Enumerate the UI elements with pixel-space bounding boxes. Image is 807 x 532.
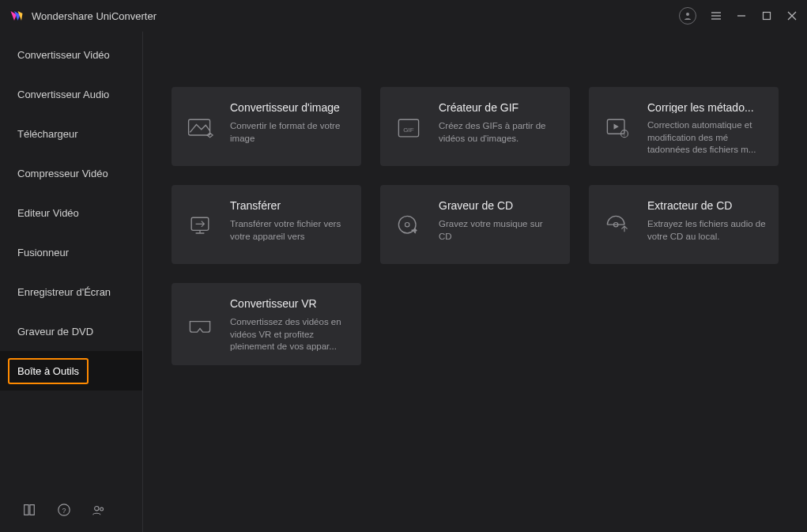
tool-card-vr-converter[interactable]: Convertisseur VR Convertissez des vidéos… (172, 283, 361, 365)
sidebar-item-label: Compresseur Vidéo (17, 168, 108, 179)
cd-ripper-icon (601, 199, 633, 253)
card-title: Transférer (230, 199, 349, 212)
guide-icon[interactable] (22, 503, 36, 517)
help-icon[interactable]: ? (57, 503, 71, 517)
community-icon[interactable] (92, 503, 106, 517)
card-title: Créateur de GIF (439, 101, 557, 114)
transfer-icon (184, 199, 216, 253)
sidebar-item-video-editor[interactable]: Editeur Vidéo (0, 193, 142, 232)
svg-point-10 (95, 507, 99, 511)
titlebar-controls (679, 7, 798, 25)
svg-text:i: i (624, 131, 624, 137)
sidebar-item-audio-converter[interactable]: Convertisseur Audio (0, 74, 142, 114)
maximize-icon[interactable] (761, 10, 772, 21)
card-desc: Convertissez des vidéos en vidéos VR et … (230, 316, 349, 353)
sidebar-item-toolbox[interactable]: Boîte à Outils (0, 351, 142, 391)
sidebar-item-video-converter[interactable]: Convertisseur Vidéo (0, 35, 142, 74)
menu-icon[interactable] (711, 10, 722, 21)
card-title: Convertisseur d'image (230, 101, 349, 114)
card-title: Corriger les métado... (647, 101, 766, 113)
cd-burner-icon (393, 199, 424, 253)
sidebar-item-downloader[interactable]: Téléchargeur (0, 114, 142, 153)
card-desc: Correction automatique et modification d… (647, 119, 766, 155)
card-desc: Convertir le format de votre image (230, 120, 349, 145)
tool-card-transfer[interactable]: Transférer Transférer votre fichier vers… (172, 185, 361, 264)
sidebar-item-label: Graveur de DVD (17, 326, 93, 338)
sidebar-item-screen-recorder[interactable]: Enregistreur d'Écran (0, 272, 142, 311)
sidebar-item-label: Fusionneur (17, 247, 69, 258)
card-desc: Gravez votre musique sur CD (439, 218, 557, 243)
metadata-icon: i (601, 101, 633, 155)
sidebar-item-dvd-burner[interactable]: Graveur de DVD (0, 311, 142, 351)
svg-point-23 (405, 223, 409, 227)
sidebar-item-label: Convertisseur Vidéo (17, 49, 110, 61)
card-title: Extracteur de CD (647, 199, 766, 212)
sidebar-item-label: Boîte à Outils (17, 365, 79, 377)
sidebar-footer: ? (0, 488, 142, 532)
sidebar-item-label: Editeur Vidéo (17, 207, 79, 219)
gif-maker-icon: GIF (393, 101, 424, 155)
card-desc: Créez des GIFs à partir de vidéos ou d'i… (439, 120, 557, 145)
tool-card-gif-maker[interactable]: GIF Créateur de GIF Créez des GIFs à par… (380, 87, 570, 166)
main-content: Convertisseur d'image Convertir le forma… (143, 32, 807, 532)
sidebar-item-merger[interactable]: Fusionneur (0, 232, 142, 272)
app-title: Wondershare UniConverter (32, 10, 679, 22)
vr-converter-icon (184, 297, 216, 354)
sidebar-item-label: Enregistreur d'Écran (17, 286, 111, 298)
svg-marker-16 (614, 124, 619, 130)
titlebar: Wondershare UniConverter (0, 0, 807, 32)
sidebar-item-video-compressor[interactable]: Compresseur Vidéo (0, 153, 142, 193)
tool-card-image-converter[interactable]: Convertisseur d'image Convertir le forma… (172, 87, 361, 166)
sidebar-item-label: Téléchargeur (17, 128, 78, 140)
tool-card-cd-burner[interactable]: Graveur de CD Gravez votre musique sur C… (380, 185, 570, 264)
tool-card-fix-metadata[interactable]: i Corriger les métado... Correction auto… (589, 87, 779, 166)
close-icon[interactable] (786, 10, 798, 21)
app-logo-icon (9, 9, 24, 23)
user-avatar-icon[interactable] (679, 7, 696, 25)
sidebar-item-label: Convertisseur Audio (17, 89, 109, 100)
image-converter-icon (184, 101, 216, 155)
card-title: Convertisseur VR (230, 297, 349, 310)
card-desc: Extrayez les fichiers audio de votre CD … (647, 218, 766, 243)
svg-text:?: ? (62, 507, 66, 515)
svg-point-11 (100, 507, 104, 511)
card-desc: Transférer votre fichier vers votre appa… (230, 218, 349, 243)
card-title: Graveur de CD (439, 199, 557, 212)
sidebar: Convertisseur Vidéo Convertisseur Audio … (0, 32, 143, 532)
minimize-icon[interactable] (736, 10, 747, 21)
tool-card-cd-ripper[interactable]: Extracteur de CD Extrayez les fichiers a… (589, 185, 779, 264)
svg-text:GIF: GIF (403, 126, 414, 134)
svg-point-0 (686, 13, 689, 16)
svg-rect-5 (764, 13, 771, 20)
